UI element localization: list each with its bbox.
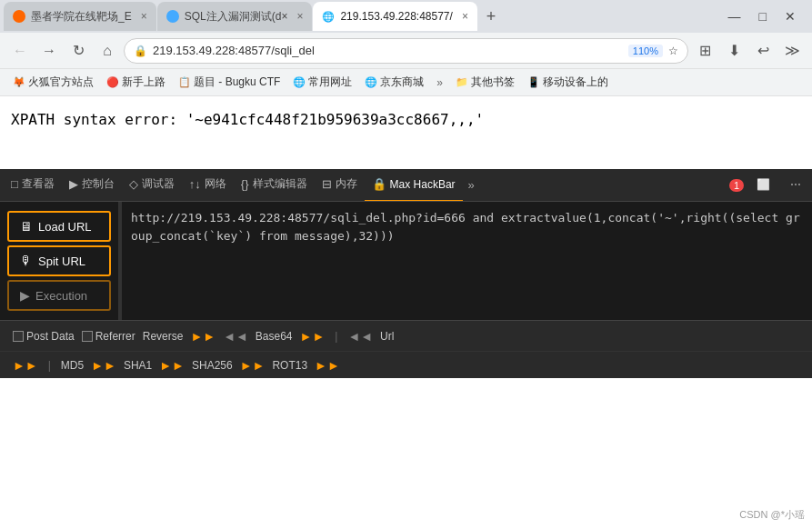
tab2-close[interactable]: × bbox=[296, 10, 303, 23]
md5-item[interactable]: MD5 bbox=[57, 359, 87, 372]
reverse-arrow-right[interactable]: ►► bbox=[186, 329, 219, 344]
base64-arrow-right[interactable]: ►► bbox=[296, 329, 329, 344]
bookmark-newbie[interactable]: 🔴 新手上路 bbox=[101, 73, 171, 92]
devtools-tab-debugger[interactable]: ◇ 调试器 bbox=[122, 169, 182, 202]
nav-bar: ← → ↻ ⌂ 🔒 219.153.49.228:48577/sqli_del … bbox=[0, 33, 812, 69]
row2-sep-text: | bbox=[45, 359, 54, 372]
bookmark-common-label: 常用网址 bbox=[308, 75, 352, 90]
jd-icon: 🌐 bbox=[365, 76, 377, 88]
sha1-arrow[interactable]: ►► bbox=[155, 358, 188, 373]
bookmark-mobile[interactable]: 📱 移动设备上的 bbox=[522, 73, 614, 92]
reload-button[interactable]: ↻ bbox=[65, 38, 91, 64]
base64-label: Base64 bbox=[256, 330, 293, 343]
load-url-label: Load URL bbox=[38, 220, 92, 234]
debugger-label: 调试器 bbox=[142, 176, 175, 192]
tab3-close[interactable]: × bbox=[462, 10, 468, 23]
forward-button[interactable]: → bbox=[36, 38, 62, 64]
devtools-tab-console[interactable]: ▶ 控制台 bbox=[62, 169, 122, 202]
md5-label: MD5 bbox=[61, 359, 84, 372]
url-label: Url bbox=[380, 330, 394, 343]
referrer-checkbox[interactable] bbox=[82, 331, 93, 342]
post-data-item[interactable]: Post Data bbox=[9, 330, 78, 343]
minimize-button[interactable]: — bbox=[723, 7, 747, 25]
page-content: XPATH syntax error: '~e941cfc448f21b9596… bbox=[0, 96, 812, 169]
rot13-arrow-icon: ►► bbox=[315, 358, 340, 373]
bookmark-bugku[interactable]: 📋 题目 - Bugku CTF bbox=[173, 73, 286, 92]
rot13-label: ROT13 bbox=[272, 359, 307, 372]
bookmarks-bar: 🦊 火狐官方站点 🔴 新手上路 📋 题目 - Bugku CTF 🌐 常用网址 … bbox=[0, 69, 812, 96]
devtools-more[interactable]: » bbox=[463, 178, 480, 192]
row2-arrow1-icon: ►► bbox=[13, 358, 38, 373]
xpath-error-text: XPATH syntax error: '~e941cfc448f21b9596… bbox=[11, 111, 801, 128]
history-back-button[interactable]: ↩ bbox=[750, 38, 776, 64]
sha256-arrow[interactable]: ►► bbox=[236, 358, 269, 373]
reverse-arrow-left[interactable]: ◄◄ bbox=[219, 329, 252, 344]
sha1-arrow-icon: ►► bbox=[159, 358, 185, 373]
tab-bar: 墨者学院在线靶场_E × SQL注入漏洞测试(d× × 🌐 219.153.49… bbox=[0, 0, 812, 33]
devtools-toolbar: □ 查看器 ▶ 控制台 ◇ 调试器 ↑↓ 网络 {} 样式编辑器 ⊟ 内存 🔒 … bbox=[0, 169, 812, 202]
spit-url-button[interactable]: 🎙 Spit URL bbox=[7, 245, 111, 276]
reverse-item[interactable]: Reverse bbox=[139, 330, 187, 343]
bookmark-firefox-label: 火狐官方站点 bbox=[28, 75, 94, 90]
newbie-icon: 🔴 bbox=[106, 76, 119, 88]
bookmarks-more[interactable]: » bbox=[431, 75, 448, 91]
bookmark-firefox[interactable]: 🦊 火狐官方站点 bbox=[7, 73, 99, 92]
hackbar-url-text[interactable]: http://219.153.49.228:48577/sqli_del.php… bbox=[131, 209, 803, 245]
firefox-icon: 🦊 bbox=[13, 76, 25, 88]
base64-arrow-left[interactable]: ◄◄ bbox=[344, 329, 376, 344]
menu-button[interactable]: ≫ bbox=[779, 38, 805, 64]
referrer-item[interactable]: Referrer bbox=[78, 330, 139, 343]
devtools-resize[interactable]: ⬜ bbox=[749, 169, 777, 202]
post-data-checkbox[interactable] bbox=[13, 331, 24, 342]
tab-2[interactable]: SQL注入漏洞测试(d× × bbox=[157, 2, 313, 31]
tab-1[interactable]: 墨者学院在线靶场_E × bbox=[4, 2, 156, 31]
inspector-label: 查看器 bbox=[22, 176, 55, 192]
bookmark-common[interactable]: 🌐 常用网址 bbox=[287, 73, 357, 92]
devtools-tab-inspector[interactable]: □ 查看器 bbox=[4, 169, 62, 202]
url-item[interactable]: Url bbox=[376, 330, 397, 343]
load-url-icon: 🖥 bbox=[20, 219, 33, 234]
close-button[interactable]: ✕ bbox=[779, 7, 801, 25]
devtools-menu[interactable]: ⋯ bbox=[783, 169, 808, 202]
new-tab-button[interactable]: + bbox=[478, 4, 504, 29]
devtools-tab-hackbar[interactable]: 🔒 Max HackBar bbox=[365, 169, 463, 202]
address-bar[interactable]: 🔒 219.153.49.228:48577/sqli_del 110% ☆ bbox=[124, 38, 688, 64]
load-url-button[interactable]: 🖥 Load URL bbox=[7, 211, 111, 242]
tab1-close[interactable]: × bbox=[141, 10, 147, 23]
row2-arrow1[interactable]: ►► bbox=[9, 358, 42, 373]
bookmark-jd[interactable]: 🌐 京东商城 bbox=[359, 73, 429, 92]
tab1-title: 墨者学院在线靶场_E bbox=[31, 9, 132, 25]
error-badge: 1 bbox=[729, 179, 744, 192]
nav-right: ⊞ ⬇ ↩ ≫ bbox=[692, 38, 805, 64]
inspector-icon: □ bbox=[11, 177, 18, 191]
downloads-button[interactable]: ⬇ bbox=[721, 38, 747, 64]
hackbar-url-area[interactable]: http://219.153.49.228:48577/sqli_del.php… bbox=[122, 202, 812, 320]
memory-icon: ⊟ bbox=[322, 177, 332, 191]
base64-item[interactable]: Base64 bbox=[252, 330, 296, 343]
back-button[interactable]: ← bbox=[7, 38, 33, 64]
home-button[interactable]: ⌂ bbox=[95, 38, 120, 64]
bookmark-star-icon[interactable]: ☆ bbox=[668, 45, 678, 57]
devtools-tab-style-editor[interactable]: {} 样式编辑器 bbox=[234, 169, 315, 202]
maximize-button[interactable]: □ bbox=[754, 7, 772, 25]
bookmark-jd-label: 京东商城 bbox=[380, 75, 424, 90]
execution-button[interactable]: ▶ Execution bbox=[7, 280, 111, 311]
sha1-item[interactable]: SHA1 bbox=[120, 359, 155, 372]
devtools-tab-network[interactable]: ↑↓ 网络 bbox=[182, 169, 234, 202]
rot13-item[interactable]: ROT13 bbox=[268, 359, 311, 372]
bookmark-other[interactable]: 📁 其他书签 bbox=[450, 73, 520, 92]
extensions-button[interactable]: ⊞ bbox=[692, 38, 717, 64]
console-label: 控制台 bbox=[82, 176, 115, 192]
tab-3[interactable]: 🌐 219.153.49.228:48577/ × bbox=[313, 2, 476, 31]
devtools-tab-memory[interactable]: ⊟ 内存 bbox=[315, 169, 365, 202]
execution-icon: ▶ bbox=[20, 288, 30, 303]
rot13-arrow[interactable]: ►► bbox=[311, 358, 344, 373]
bookmark-newbie-label: 新手上路 bbox=[122, 75, 165, 90]
md5-arrow[interactable]: ►► bbox=[87, 358, 120, 373]
reverse-label: Reverse bbox=[143, 330, 184, 343]
post-data-label: Post Data bbox=[26, 330, 75, 343]
sha256-item[interactable]: SHA256 bbox=[188, 359, 236, 372]
hackbar-label: Max HackBar bbox=[390, 178, 456, 191]
common-icon: 🌐 bbox=[293, 76, 306, 88]
sha256-arrow-icon: ►► bbox=[240, 358, 266, 373]
